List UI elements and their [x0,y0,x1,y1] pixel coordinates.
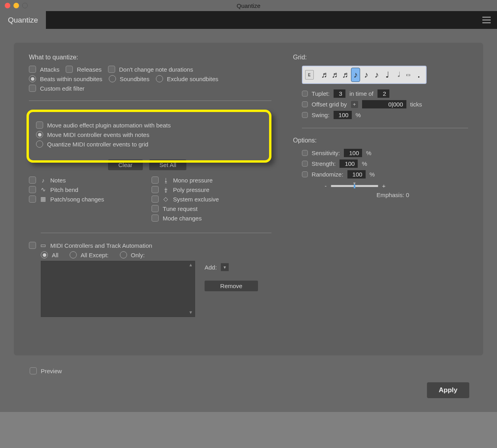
grid-edit-icon[interactable]: E [305,70,314,80]
move-midi-radio[interactable] [36,131,43,138]
note-32nd-triplet-icon[interactable]: ♬ [320,68,329,82]
tuplet-checkbox[interactable] [302,91,308,97]
controller-listbox[interactable]: ▲ ▼ [41,261,195,317]
sensitivity-label: Sensitivity: [312,150,340,156]
soundbites-radio[interactable] [109,75,116,82]
options-title: Options: [293,137,468,144]
mono-checkbox[interactable] [152,177,159,184]
patch-icon: ▦ [40,196,46,203]
exclude-label: Exclude soundbites [167,76,218,82]
remove-button[interactable]: Remove [205,281,258,291]
grid-title: Grid: [293,54,468,61]
swing-value[interactable] [334,111,352,119]
move-audio-checkbox[interactable] [36,121,43,129]
beats-within-radio[interactable] [29,75,36,82]
attacks-label: Attacks [40,66,59,73]
note-16th-icon[interactable]: ♪ [351,68,360,82]
grid-value-picker[interactable]: E ♬ ♬ ♬ ♪ ♪ ♪ ♩ 𝅗𝅥 ▭ . [302,66,427,84]
note-half-icon[interactable]: 𝅗𝅥 [393,68,402,82]
in-time-value[interactable] [377,89,389,98]
panel: What to quantize: Attacks Releases Don't… [14,43,483,355]
exclude-radio[interactable] [156,75,163,82]
divider [29,101,271,101]
custom-filter-checkbox[interactable] [29,85,36,92]
mono-label: Mono pressure [173,177,212,184]
soundbites-label: Soundbites [120,76,150,82]
mono-icon: ⭳ [163,177,169,184]
slider-minus: - [325,182,327,189]
randomize-pct: % [370,171,375,178]
sensitivity-checkbox[interactable] [302,150,308,156]
minimize-icon[interactable] [13,3,19,8]
notes-checkbox[interactable] [29,177,36,184]
tune-label: Tune request [163,205,197,212]
preview-checkbox[interactable] [30,367,37,374]
note-dot-icon[interactable]: . [414,68,423,82]
emphasis-slider[interactable]: ▼ [331,185,378,187]
all-label: All [52,252,59,258]
all-except-radio[interactable] [70,251,77,258]
note-whole-icon[interactable]: ▭ [404,68,413,82]
poly-checkbox[interactable] [152,186,159,193]
only-label: Only: [131,252,145,258]
note-quarter-icon[interactable]: ♩ [383,68,392,82]
right-column: Grid: E ♬ ♬ ♬ ♪ ♪ ♪ ♩ 𝅗𝅥 ▭ . [293,54,468,344]
strength-value[interactable] [340,159,358,168]
zoom-icon[interactable] [22,3,28,8]
slider-plus: + [382,182,386,189]
edit-filter-grid: ♪ Notes ∿ Pitch bend ▦ Patch/song change… [29,174,271,224]
patch-label: Patch/song changes [50,196,104,203]
add-label: Add: [205,264,217,271]
offset-sign-toggle[interactable]: + [351,101,358,108]
scroll-down-icon[interactable]: ▼ [188,310,193,315]
note-32nd-icon[interactable]: ♬ [330,68,339,82]
controllers-icon: ▭ [40,242,46,249]
swing-pct: % [356,112,361,118]
close-icon[interactable] [5,3,10,8]
slider-thumb-icon[interactable] [354,184,355,188]
all-except-label: All Except: [81,252,109,258]
offset-checkbox[interactable] [302,101,308,107]
strength-checkbox[interactable] [302,161,308,167]
releases-checkbox[interactable] [66,66,73,73]
sysex-checkbox[interactable] [152,196,159,203]
sensitivity-value[interactable] [344,149,362,157]
patch-checkbox[interactable] [29,196,36,203]
preview-label: Preview [41,368,62,374]
offset-label: Offset grid by [312,101,347,108]
emphasis-slider-row: - ▼ + [325,182,468,189]
tune-checkbox[interactable] [152,205,159,212]
tab-quantize[interactable]: Quantize [0,11,46,29]
move-audio-label: Move audio effect plugin automation with… [47,122,171,129]
note-16th-triplet-icon[interactable]: ♬ [341,68,350,82]
no-change-checkbox[interactable] [108,66,115,73]
custom-filter-label: Custom edit filter [40,85,85,92]
attacks-checkbox[interactable] [29,66,36,73]
titlebar: Quantize [0,0,497,11]
window-controls [0,3,28,8]
randomize-value[interactable] [347,170,366,178]
note-8th-icon[interactable]: ♪ [372,68,381,82]
midi-controllers-checkbox[interactable] [29,242,36,249]
divider [41,233,271,233]
ticks-label: ticks [410,101,422,108]
all-radio[interactable] [41,251,48,258]
pitch-bend-checkbox[interactable] [29,186,36,193]
note-8th-triplet-icon[interactable]: ♪ [362,68,371,82]
pitch-bend-icon: ∿ [40,186,46,193]
randomize-label: Randomize: [312,171,343,178]
menu-icon[interactable] [480,14,493,26]
mode-checkbox[interactable] [152,215,159,222]
scroll-up-icon[interactable]: ▲ [188,262,193,268]
in-time-label: in time of [349,90,374,97]
quantize-midi-radio[interactable] [36,140,43,148]
window-title: Quantize [0,2,497,9]
add-dropdown[interactable]: ▼ [221,263,229,271]
offset-value[interactable] [362,100,406,108]
only-radio[interactable] [120,251,127,258]
randomize-checkbox[interactable] [302,171,308,177]
tuplet-value[interactable] [334,89,345,98]
main-area: What to quantize: Attacks Releases Don't… [0,29,497,412]
apply-button[interactable]: Apply [427,382,469,398]
swing-checkbox[interactable] [302,112,308,118]
